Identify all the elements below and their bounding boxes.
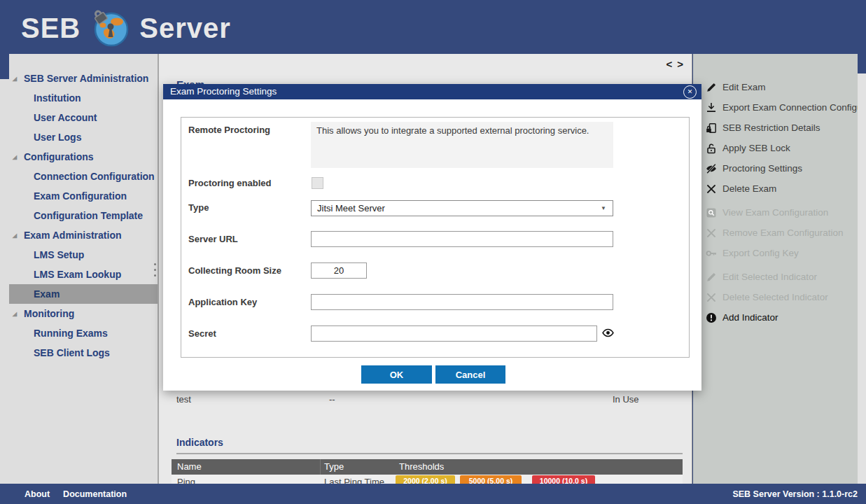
exam-config-status: In Use [613, 394, 639, 405]
column-header-name[interactable]: Name [177, 461, 202, 472]
action-export-config-key: Export Config Key [693, 243, 858, 263]
restriction-icon [706, 122, 717, 134]
ok-button[interactable]: OK [361, 365, 432, 384]
close-icon[interactable]: ✕ [683, 85, 697, 99]
indicators-divider [176, 453, 683, 454]
column-separator [320, 459, 321, 475]
brand: SEB Server [21, 8, 231, 48]
action-export-exam-connection-configuration[interactable]: Export Exam Connection Configura [693, 97, 858, 118]
action-seb-restriction-details[interactable]: SEB Restriction Details [693, 118, 858, 138]
collecting-room-size-label: Collecting Room Size [188, 265, 307, 276]
action-remove-exam-configuration: Remove Exam Configuration [693, 223, 858, 243]
collapse-triangle-icon: ◢ [13, 232, 24, 239]
view-config-icon [706, 207, 717, 218]
pane-collapse-controls: < > [666, 58, 683, 70]
sidebar-item-lms-setup[interactable]: LMS Setup [0, 245, 158, 265]
column-header-thresholds[interactable]: Thresholds [399, 461, 444, 472]
x-icon [706, 292, 717, 303]
sidebar-item-exam-configuration[interactable]: Exam Configuration [0, 186, 158, 206]
collapse-triangle-icon: ◢ [13, 311, 24, 317]
scrollbar-track[interactable] [858, 74, 866, 484]
seb-server-app: SEB Server ◢ SEB Server Administration [0, 0, 866, 504]
footer-bar: About Documentation SEB Server Version :… [0, 484, 866, 504]
show-secret-eye-icon[interactable] [602, 327, 614, 339]
action-edit-selected-indicator: Edit Selected Indicator [693, 267, 858, 287]
exam-proctoring-settings-dialog: Exam Proctoring Settings ✕ Remote Procto… [163, 84, 701, 391]
collapse-triangle-icon: ◢ [13, 76, 24, 82]
dialog-title: Exam Proctoring Settings [170, 86, 277, 97]
navigation-sidebar: ◢ SEB Server Administration Institution … [0, 54, 158, 484]
type-select[interactable]: Jitsi Meet Server ▼ [311, 200, 613, 216]
sidebar-item-configuration-template[interactable]: Configuration Template [0, 206, 158, 225]
pencil-icon [706, 82, 717, 93]
download-icon [706, 102, 717, 113]
eye-off-icon [706, 163, 717, 174]
pencil-icon [706, 272, 717, 283]
sash-grip-handle[interactable] [154, 263, 156, 280]
dialog-form-panel: Remote Proctoring This allows you to int… [181, 117, 690, 358]
remote-proctoring-label: Remote Proctoring [188, 125, 307, 135]
action-pane: Edit Exam Export Exam Connection Configu… [693, 54, 858, 484]
threshold-badge-red: 10000 (10.0 s) [532, 475, 595, 484]
collecting-room-size-input[interactable] [311, 262, 367, 279]
indicators-section-title: Indicators [176, 437, 223, 448]
collapse-left-icon[interactable]: < [666, 58, 672, 70]
indicators-table-header: Name Type Thresholds [172, 459, 683, 475]
threshold-badge-orange: 5000 (5.00 s) [460, 475, 522, 484]
server-url-input[interactable] [311, 231, 613, 247]
action-proctoring-settings[interactable]: Proctoring Settings [693, 158, 858, 178]
version-label: SEB Server Version : 1.1.0-rc2 [732, 489, 858, 499]
remote-proctoring-info: This allows you to integrate a supported… [311, 122, 613, 168]
column-header-type[interactable]: Type [324, 461, 344, 472]
action-delete-exam[interactable]: Delete Exam [693, 178, 858, 199]
application-key-input[interactable] [311, 294, 613, 310]
sidebar-section-exam-administration[interactable]: ◢ Exam Administration [0, 225, 158, 245]
type-label: Type [188, 202, 307, 213]
chevron-down-icon: ▼ [601, 201, 606, 216]
indicator-type: Last Ping Time [324, 477, 384, 484]
collapse-triangle-icon: ◢ [13, 154, 24, 160]
exam-config-name: test [176, 394, 191, 405]
proctoring-enabled-label: Proctoring enabled [188, 178, 307, 188]
sidebar-section-seb-server-administration[interactable]: ◢ SEB Server Administration [0, 69, 158, 88]
indicator-table-row[interactable]: Ping Last Ping Time 2000 (2.00 s) 5000 (… [172, 475, 683, 484]
alert-icon [706, 312, 717, 323]
indicator-name: Ping [177, 477, 195, 484]
cancel-button[interactable]: Cancel [435, 365, 505, 384]
sidebar-item-running-exams[interactable]: Running Exams [0, 323, 158, 343]
sidebar-item-exam-selected[interactable]: Exam [9, 284, 158, 304]
lock-open-icon [706, 143, 717, 154]
seb-globe-lock-logo [90, 8, 130, 48]
about-link[interactable]: About [25, 489, 50, 499]
brand-seb: SEB [21, 13, 81, 44]
sidebar-item-connection-configuration[interactable]: Connection Configuration [0, 167, 158, 186]
dialog-title-bar: Exam Proctoring Settings [163, 84, 701, 99]
sidebar-item-seb-client-logs[interactable]: SEB Client Logs [0, 343, 158, 363]
sidebar-section-configurations[interactable]: ◢ Configurations [0, 147, 158, 167]
secret-input[interactable] [311, 326, 597, 342]
sidebar-item-user-account[interactable]: User Account [0, 108, 158, 127]
server-url-label: Server URL [188, 234, 307, 244]
nav-menu: ◢ SEB Server Administration Institution … [0, 69, 158, 363]
sidebar-section-monitoring[interactable]: ◢ Monitoring [0, 304, 158, 323]
documentation-link[interactable]: Documentation [63, 489, 127, 499]
action-add-indicator[interactable]: Add Indicator [693, 307, 858, 328]
action-apply-seb-lock[interactable]: Apply SEB Lock [693, 138, 858, 158]
header-banner: SEB Server [0, 0, 866, 54]
secret-label: Secret [188, 328, 307, 339]
collapse-right-icon[interactable]: > [677, 58, 683, 70]
x-icon [706, 227, 717, 239]
proctoring-enabled-checkbox[interactable] [312, 177, 323, 189]
x-icon [706, 183, 717, 195]
action-delete-selected-indicator: Delete Selected Indicator [693, 287, 858, 307]
sidebar-item-user-logs[interactable]: User Logs [0, 127, 158, 147]
type-select-value: Jitsi Meet Server [317, 203, 385, 214]
brand-server: Server [139, 13, 231, 44]
action-view-exam-configuration: View Exam Configuration [693, 202, 858, 223]
sidebar-item-institution[interactable]: Institution [0, 88, 158, 108]
threshold-badge-yellow: 2000 (2.00 s) [396, 475, 455, 484]
application-key-label: Application Key [188, 297, 307, 307]
key-icon [706, 248, 717, 259]
action-edit-exam[interactable]: Edit Exam [693, 77, 858, 97]
sidebar-item-lms-exam-lookup[interactable]: LMS Exam Lookup [0, 265, 158, 284]
